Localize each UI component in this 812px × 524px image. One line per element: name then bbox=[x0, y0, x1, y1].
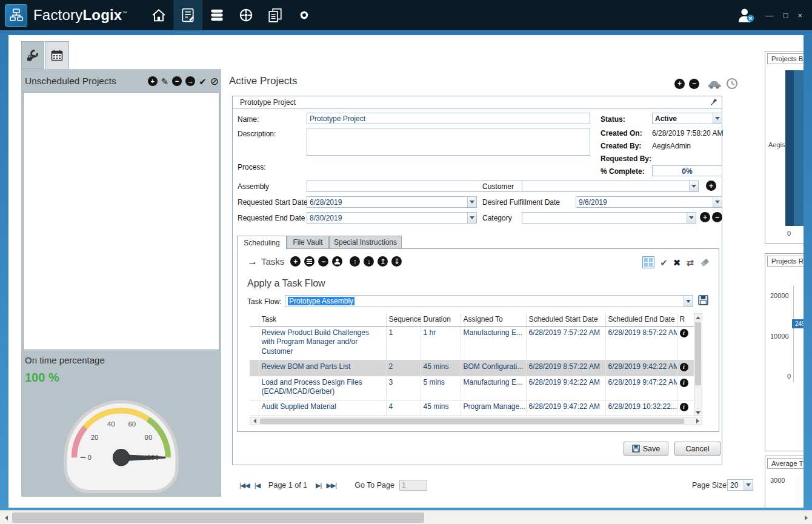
table-row[interactable]: Load and Process Design Files (ECAD/MCAD… bbox=[250, 376, 694, 400]
category-label: Category bbox=[482, 214, 512, 222]
row-info-icon[interactable]: i bbox=[680, 379, 688, 387]
save-task-flow-icon[interactable] bbox=[698, 295, 708, 307]
col-task[interactable]: Task bbox=[259, 313, 386, 326]
tab-scheduling[interactable]: Scheduling bbox=[237, 236, 287, 250]
last-page-button[interactable] bbox=[326, 482, 336, 489]
add-project-icon[interactable] bbox=[148, 76, 158, 86]
save-button[interactable]: Save bbox=[624, 442, 668, 456]
task-cell: Review BOM and Parts List bbox=[259, 360, 386, 376]
car-icon[interactable] bbox=[707, 78, 722, 90]
scroll-down-arrow[interactable] bbox=[694, 408, 702, 416]
tab-file-vault[interactable]: File Vault bbox=[287, 236, 329, 249]
tab-special-instructions[interactable]: Special Instructions bbox=[329, 236, 402, 249]
add-task-icon[interactable] bbox=[290, 256, 301, 267]
description-input[interactable] bbox=[307, 128, 590, 156]
row-info-icon[interactable]: i bbox=[680, 403, 688, 411]
req-end-combo[interactable]: 8/30/2019 bbox=[307, 212, 477, 224]
status-value: Active bbox=[653, 114, 713, 123]
table-row-selected[interactable]: Review BOM and Parts List 2 45 mins BOM … bbox=[250, 360, 694, 376]
customer-combo[interactable] bbox=[522, 181, 699, 192]
table-row[interactable]: Audit Supplied Material 4 45 mins Progra… bbox=[250, 400, 694, 416]
cancel-button[interactable]: Cancel bbox=[674, 442, 720, 456]
user-status-icon[interactable] bbox=[737, 7, 755, 24]
pin-icon[interactable] bbox=[710, 98, 718, 108]
nav-production[interactable] bbox=[231, 0, 261, 30]
scroll-left-arrow[interactable] bbox=[0, 511, 12, 524]
maximize-button[interactable]: □ bbox=[784, 11, 788, 20]
col-sched-start[interactable]: Scheduled Start Date bbox=[526, 313, 605, 326]
nav-settings[interactable] bbox=[290, 0, 319, 30]
table-horizontal-scrollbar[interactable] bbox=[250, 417, 702, 425]
col-resources[interactable]: R bbox=[677, 313, 694, 326]
clock-icon[interactable] bbox=[726, 78, 738, 90]
window-horizontal-scrollbar[interactable] bbox=[0, 510, 812, 524]
desired-date-combo[interactable]: 9/6/2019 bbox=[576, 196, 722, 208]
unscheduled-project-list[interactable] bbox=[23, 92, 219, 350]
scroll-up-arrow[interactable] bbox=[694, 314, 702, 322]
col-assigned-to[interactable]: Assigned To bbox=[461, 313, 526, 326]
close-button[interactable]: × bbox=[797, 11, 802, 20]
scroll-right-arrow[interactable] bbox=[693, 417, 702, 425]
reject-icon[interactable] bbox=[673, 258, 681, 267]
desired-date-label: Desired Fulfillment Date bbox=[482, 198, 560, 207]
cancel-button-label: Cancel bbox=[686, 445, 710, 453]
scroll-thumb[interactable] bbox=[695, 322, 701, 385]
table-vertical-scrollbar[interactable] bbox=[694, 313, 702, 416]
goto-page-input[interactable] bbox=[399, 480, 427, 491]
col-sequence[interactable]: Sequence bbox=[386, 313, 421, 326]
req-start-combo[interactable]: 6/28/2019 bbox=[307, 196, 477, 208]
row-info-icon[interactable]: i bbox=[680, 329, 688, 337]
move-task-down-icon[interactable] bbox=[364, 256, 374, 267]
category-combo[interactable] bbox=[522, 212, 696, 224]
add-task-flow-icon[interactable] bbox=[304, 256, 314, 267]
add-customer-icon[interactable] bbox=[706, 181, 716, 191]
brand-factory: Factory bbox=[33, 7, 82, 23]
name-input[interactable] bbox=[307, 113, 590, 124]
cancel-icon[interactable] bbox=[210, 76, 219, 87]
page-size-combo[interactable]: 20 bbox=[727, 479, 753, 491]
eraser-icon[interactable] bbox=[699, 257, 710, 268]
scroll-left-arrow[interactable] bbox=[250, 417, 259, 425]
edit-project-icon[interactable] bbox=[161, 77, 169, 86]
prev-page-button[interactable] bbox=[255, 482, 260, 489]
end-cell: 6/28/2019 9:47:22 AM bbox=[605, 376, 677, 400]
confirm-icon[interactable] bbox=[199, 77, 207, 86]
remove-task-icon[interactable] bbox=[318, 256, 328, 267]
next-page-button[interactable] bbox=[316, 482, 321, 489]
move-task-bottom-icon[interactable] bbox=[391, 256, 402, 267]
tab-schedule[interactable] bbox=[45, 41, 69, 69]
scroll-right-arrow[interactable] bbox=[800, 511, 812, 524]
scroll-thumb[interactable] bbox=[260, 419, 684, 424]
remove-active-project-icon[interactable] bbox=[689, 79, 699, 89]
gauge-tick-0: 0 bbox=[87, 454, 91, 461]
move-project-icon[interactable] bbox=[185, 76, 195, 86]
nav-project-editor[interactable] bbox=[173, 0, 202, 30]
reorder-icon[interactable] bbox=[686, 258, 694, 267]
row-info-icon[interactable]: i bbox=[680, 363, 688, 371]
tab-tools[interactable] bbox=[21, 41, 44, 69]
accept-icon[interactable] bbox=[660, 258, 668, 267]
scheduling-tab-panel: Tasks bbox=[237, 248, 719, 432]
col-duration[interactable]: Duration bbox=[421, 313, 461, 326]
remove-category-icon[interactable] bbox=[712, 212, 722, 222]
add-active-project-icon[interactable] bbox=[674, 79, 685, 89]
on-time-label: On time percentage bbox=[25, 355, 105, 365]
first-page-button[interactable] bbox=[239, 482, 250, 489]
average-t-chart: Average T 3000 bbox=[765, 456, 804, 508]
move-task-top-icon[interactable] bbox=[378, 256, 388, 267]
minimize-button[interactable]: — bbox=[766, 11, 774, 20]
req-start-value: 6/28/2019 bbox=[307, 198, 467, 207]
remove-project-icon[interactable] bbox=[172, 76, 182, 86]
scroll-thumb[interactable] bbox=[12, 512, 424, 523]
nav-materials[interactable] bbox=[202, 0, 231, 30]
task-flow-combo[interactable]: Prototype Assembly bbox=[285, 295, 693, 307]
add-category-icon[interactable] bbox=[700, 212, 710, 222]
status-combo[interactable]: Active bbox=[652, 113, 722, 124]
gantt-view-icon[interactable] bbox=[642, 256, 654, 268]
table-row[interactable]: Review Product Build Challenges with Pro… bbox=[250, 326, 694, 360]
col-sched-end[interactable]: Scheduled End Date bbox=[605, 313, 677, 326]
assign-user-icon[interactable] bbox=[332, 256, 342, 267]
nav-home[interactable] bbox=[144, 0, 173, 30]
nav-documents[interactable] bbox=[261, 0, 290, 30]
move-task-up-icon[interactable] bbox=[350, 256, 360, 267]
